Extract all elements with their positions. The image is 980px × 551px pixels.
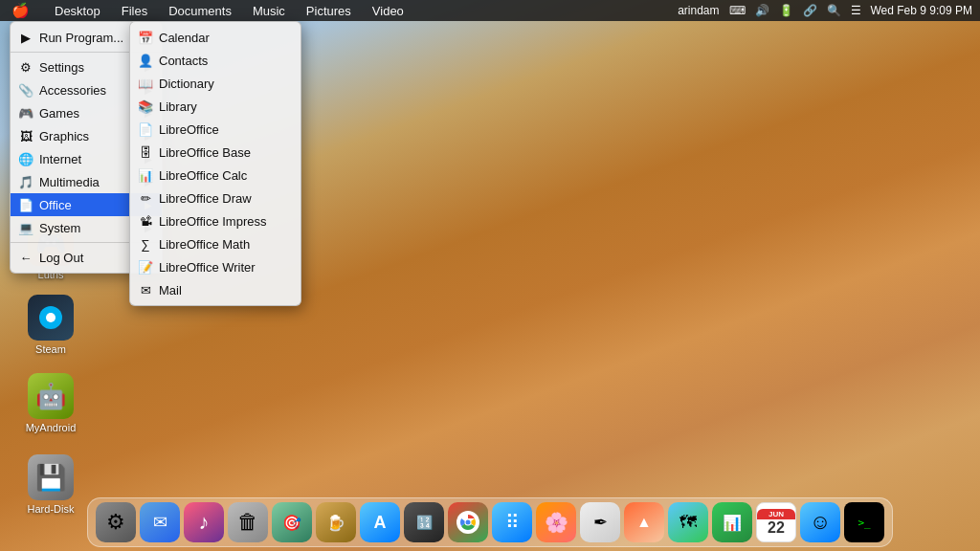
libreoffice-draw-item[interactable]: ✏ LibreOffice Draw (130, 187, 301, 209)
dock-photos-item[interactable]: 🌸 (536, 502, 576, 542)
accessories-icon: 📎 (18, 82, 33, 98)
apple-menu-button[interactable]: 🍎 (8, 0, 33, 21)
dock-stack-item[interactable]: ▲ (624, 502, 664, 542)
run-program-icon: ▶ (18, 30, 33, 45)
mail-icon: ✉ (138, 282, 153, 298)
network-icon: 🔗 (803, 4, 817, 17)
system-icon: 💻 (18, 220, 33, 235)
sound-icon[interactable]: 🔊 (755, 4, 769, 17)
dock-finder-item[interactable]: ☺ (800, 502, 840, 542)
dictionary-label: Dictionary (159, 77, 214, 91)
libreoffice-base-label: LibreOffice Base (159, 145, 251, 160)
menubar-right: arindam ⌨ 🔊 🔋 🔗 🔍 ☰ Wed Feb 9 9:09 PM (678, 4, 972, 17)
svg-point-4 (466, 520, 471, 525)
multimedia-icon: 🎵 (18, 174, 33, 189)
datetime-display: Wed Feb 9 9:09 PM (871, 4, 973, 17)
contacts-icon: 👤 (138, 53, 153, 68)
contacts-item[interactable]: 👤 Contacts (130, 49, 301, 72)
calendar-icon: 📅 (138, 30, 153, 45)
internet-icon: 🌐 (18, 151, 33, 166)
library-label: Library (159, 99, 197, 114)
libreoffice-draw-icon: ✏ (138, 190, 153, 206)
taskbar-icon[interactable]: ☰ (851, 4, 861, 17)
libreoffice-label: LibreOffice (159, 122, 219, 137)
libreoffice-writer-icon: 📝 (138, 259, 153, 275)
dock-trash-item[interactable]: 🗑 (228, 502, 268, 542)
dock-calculator-item[interactable]: 🔢 (404, 502, 444, 542)
run-program-label: Run Program... (39, 31, 123, 45)
games-icon: 🎮 (18, 105, 33, 121)
steam-label: Steam (35, 343, 66, 355)
myandroid-desktop-icon[interactable]: 🤖 MyAndroid (17, 373, 84, 433)
keyboard-icon: ⌨ (729, 4, 746, 17)
harddisk-label: Hard-Disk (28, 503, 75, 515)
battery-icon: 🔋 (779, 4, 793, 17)
libreoffice-calc-label: LibreOffice Calc (159, 168, 247, 183)
library-icon: 📚 (138, 99, 153, 114)
dock-cask-item[interactable]: 🍺 (316, 502, 356, 542)
libreoffice-math-icon: ∑ (138, 236, 153, 252)
dock-numbers-item[interactable]: 📊 (712, 502, 752, 542)
video-menu-item[interactable]: Video (368, 2, 408, 20)
office-label: Office (39, 198, 72, 212)
documents-menu-item[interactable]: Documents (165, 2, 235, 20)
libreoffice-math-label: LibreOffice Math (159, 237, 250, 252)
settings-label: Settings (39, 60, 84, 75)
mail-label: Mail (159, 283, 182, 298)
libreoffice-math-item[interactable]: ∑ LibreOffice Math (130, 232, 301, 255)
dock-settings-item[interactable]: ⚙ (96, 502, 136, 542)
menubar: 🍎 Desktop Files Documents Music Pictures… (0, 0, 980, 21)
dictionary-icon: 📖 (138, 76, 153, 91)
libreoffice-base-item[interactable]: 🗄 LibreOffice Base (130, 141, 301, 164)
dock-taiko-item[interactable]: 🎯 (272, 502, 312, 542)
dock-launchpad-item[interactable]: ⠿ (492, 502, 532, 542)
libreoffice-base-icon: 🗄 (138, 144, 153, 160)
logout-label: Log Out (39, 251, 83, 265)
harddisk-desktop-icon[interactable]: 💾 Hard-Disk (17, 454, 84, 515)
desktop: 🍎 Desktop Files Documents Music Pictures… (0, 0, 980, 551)
dock-terminal-item[interactable]: >_ (844, 502, 884, 542)
dock-music-item[interactable]: ♪ (184, 502, 224, 542)
contacts-label: Contacts (159, 54, 208, 68)
library-item[interactable]: 📚 Library (130, 95, 301, 118)
libreoffice-impress-item[interactable]: 📽 LibreOffice Impress (130, 209, 301, 232)
calendar-item[interactable]: 📅 Calendar (130, 26, 301, 49)
games-label: Games (39, 106, 79, 121)
desktop-menu-item[interactable]: Desktop (51, 2, 104, 20)
steam-desktop-icon[interactable]: Steam (17, 295, 84, 355)
mail-item[interactable]: ✉ Mail (130, 278, 301, 301)
internet-label: Internet (39, 152, 81, 166)
dock-quill-item[interactable]: ✒ (580, 502, 620, 542)
libreoffice-calc-icon: 📊 (138, 167, 153, 183)
pictures-menu-item[interactable]: Pictures (302, 2, 355, 20)
dock-calendar-item[interactable]: JUN 22 (756, 502, 796, 542)
dock-appstore-item[interactable]: A (360, 502, 400, 542)
office-submenu: 📅 Calendar 👤 Contacts 📖 Dictionary 📚 Lib… (129, 21, 301, 306)
office-icon: 📄 (18, 197, 33, 212)
settings-icon: ⚙ (18, 59, 33, 75)
username-display: arindam (678, 4, 719, 17)
search-icon[interactable]: 🔍 (827, 4, 841, 17)
libreoffice-impress-label: LibreOffice Impress (159, 214, 266, 229)
libreoffice-writer-label: LibreOffice Writer (159, 260, 256, 275)
svg-point-1 (46, 313, 56, 322)
libreoffice-impress-icon: 📽 (138, 213, 153, 229)
calendar-label: Calendar (159, 31, 210, 45)
dock-maps-item[interactable]: 🗺 (668, 502, 708, 542)
graphics-icon: 🖼 (18, 128, 33, 143)
libreoffice-item[interactable]: 📄 LibreOffice (130, 118, 301, 141)
system-label: System (39, 221, 80, 235)
dictionary-item[interactable]: 📖 Dictionary (130, 72, 301, 95)
libreoffice-calc-item[interactable]: 📊 LibreOffice Calc (130, 164, 301, 187)
libreoffice-draw-label: LibreOffice Draw (159, 191, 252, 206)
accessories-label: Accessories (39, 83, 106, 98)
libreoffice-writer-item[interactable]: 📝 LibreOffice Writer (130, 255, 301, 278)
dock: ⚙ ✉ ♪ 🗑 🎯 🍺 A 🔢 ⠿ 🌸 ✒ ▲ 🗺 📊 JUN 22 ☺ >_ (87, 497, 893, 547)
music-menu-item[interactable]: Music (249, 2, 289, 20)
myandroid-label: MyAndroid (26, 422, 77, 433)
dock-mail-item[interactable]: ✉ (140, 502, 180, 542)
dock-chrome-item[interactable] (448, 502, 488, 542)
multimedia-label: Multimedia (39, 175, 100, 189)
files-menu-item[interactable]: Files (118, 2, 151, 20)
logout-icon: ← (18, 250, 33, 265)
